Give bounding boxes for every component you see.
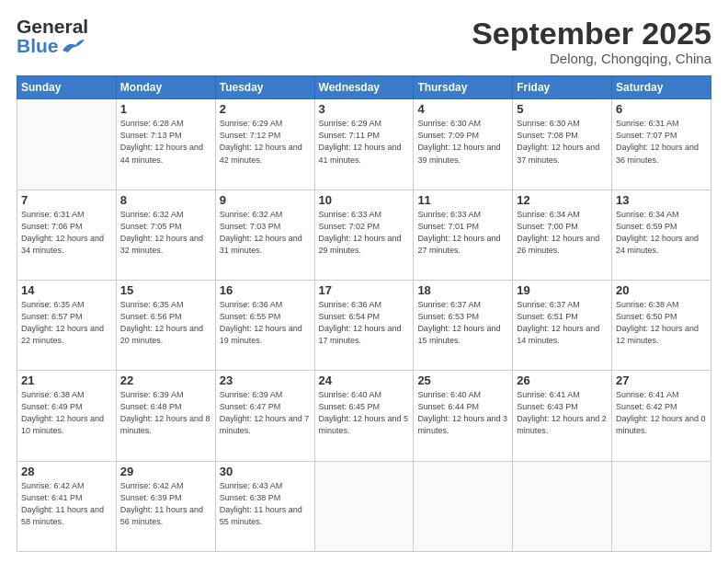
col-saturday: Saturday [612, 76, 711, 99]
day-info: Sunrise: 6:34 AMSunset: 6:59 PMDaylight:… [616, 209, 707, 257]
day-info: Sunrise: 6:35 AMSunset: 6:56 PMDaylight:… [120, 299, 211, 347]
calendar-week-row: 14Sunrise: 6:35 AMSunset: 6:57 PMDayligh… [17, 281, 711, 371]
day-number: 17 [319, 283, 410, 297]
calendar-cell: 12Sunrise: 6:34 AMSunset: 7:00 PMDayligh… [513, 190, 612, 280]
day-number: 6 [616, 102, 707, 116]
day-info: Sunrise: 6:36 AMSunset: 6:55 PMDaylight:… [220, 299, 311, 347]
day-number: 21 [21, 373, 112, 387]
day-info: Sunrise: 6:39 AMSunset: 6:47 PMDaylight:… [220, 389, 311, 437]
day-info: Sunrise: 6:35 AMSunset: 6:57 PMDaylight:… [21, 299, 112, 347]
day-info: Sunrise: 6:34 AMSunset: 7:00 PMDaylight:… [517, 209, 608, 257]
day-info: Sunrise: 6:41 AMSunset: 6:43 PMDaylight:… [517, 389, 608, 437]
day-info: Sunrise: 6:31 AMSunset: 7:07 PMDaylight:… [616, 118, 707, 166]
calendar-cell: 23Sunrise: 6:39 AMSunset: 6:47 PMDayligh… [215, 371, 314, 461]
day-number: 23 [220, 373, 311, 387]
day-info: Sunrise: 6:29 AMSunset: 7:12 PMDaylight:… [220, 118, 311, 166]
calendar-cell: 22Sunrise: 6:39 AMSunset: 6:48 PMDayligh… [116, 371, 215, 461]
calendar-cell: 21Sunrise: 6:38 AMSunset: 6:49 PMDayligh… [17, 371, 117, 461]
calendar-cell: 5Sunrise: 6:30 AMSunset: 7:08 PMDaylight… [513, 99, 612, 190]
day-number: 9 [220, 193, 311, 207]
day-info: Sunrise: 6:37 AMSunset: 6:53 PMDaylight:… [417, 299, 508, 347]
day-number: 15 [120, 283, 211, 297]
calendar-cell: 13Sunrise: 6:34 AMSunset: 6:59 PMDayligh… [612, 190, 711, 280]
day-number: 27 [616, 373, 707, 387]
col-friday: Friday [513, 76, 612, 99]
day-number: 16 [220, 283, 311, 297]
day-number: 22 [120, 373, 211, 387]
day-number: 4 [417, 102, 508, 116]
col-sunday: Sunday [17, 76, 117, 99]
calendar-cell [513, 461, 612, 551]
day-info: Sunrise: 6:40 AMSunset: 6:45 PMDaylight:… [319, 389, 410, 437]
calendar-cell: 6Sunrise: 6:31 AMSunset: 7:07 PMDaylight… [612, 99, 711, 190]
calendar-cell: 29Sunrise: 6:42 AMSunset: 6:39 PMDayligh… [116, 461, 215, 551]
calendar-week-row: 28Sunrise: 6:42 AMSunset: 6:41 PMDayligh… [17, 461, 711, 551]
calendar-cell: 28Sunrise: 6:42 AMSunset: 6:41 PMDayligh… [17, 461, 117, 551]
day-info: Sunrise: 6:33 AMSunset: 7:02 PMDaylight:… [319, 209, 410, 257]
day-number: 7 [21, 193, 112, 207]
calendar-cell: 26Sunrise: 6:41 AMSunset: 6:43 PMDayligh… [513, 371, 612, 461]
day-number: 29 [120, 465, 211, 478]
calendar-cell: 16Sunrise: 6:36 AMSunset: 6:55 PMDayligh… [215, 281, 314, 371]
calendar-cell: 3Sunrise: 6:29 AMSunset: 7:11 PMDaylight… [314, 99, 414, 190]
calendar-week-row: 7Sunrise: 6:31 AMSunset: 7:06 PMDaylight… [17, 190, 711, 280]
day-number: 14 [21, 283, 112, 297]
calendar-cell: 2Sunrise: 6:29 AMSunset: 7:12 PMDaylight… [215, 99, 314, 190]
month-title: September 2025 [472, 17, 711, 51]
day-number: 30 [220, 465, 311, 478]
day-number: 8 [120, 193, 211, 207]
calendar-cell: 27Sunrise: 6:41 AMSunset: 6:42 PMDayligh… [612, 371, 711, 461]
calendar-cell: 4Sunrise: 6:30 AMSunset: 7:09 PMDaylight… [414, 99, 513, 190]
calendar-cell: 1Sunrise: 6:28 AMSunset: 7:13 PMDaylight… [116, 99, 215, 190]
subtitle: Delong, Chongqing, China [472, 51, 711, 66]
calendar-cell [612, 461, 711, 551]
calendar-cell: 18Sunrise: 6:37 AMSunset: 6:53 PMDayligh… [414, 281, 513, 371]
col-monday: Monday [116, 76, 215, 99]
day-info: Sunrise: 6:40 AMSunset: 6:44 PMDaylight:… [417, 389, 508, 437]
day-info: Sunrise: 6:38 AMSunset: 6:49 PMDaylight:… [21, 389, 112, 437]
day-number: 5 [517, 102, 608, 116]
calendar-cell: 11Sunrise: 6:33 AMSunset: 7:01 PMDayligh… [414, 190, 513, 280]
calendar-cell: 17Sunrise: 6:36 AMSunset: 6:54 PMDayligh… [314, 281, 414, 371]
day-info: Sunrise: 6:43 AMSunset: 6:38 PMDaylight:… [220, 480, 311, 528]
day-number: 10 [319, 193, 410, 207]
day-number: 3 [319, 102, 410, 116]
calendar-cell: 7Sunrise: 6:31 AMSunset: 7:06 PMDaylight… [17, 190, 117, 280]
calendar-table: Sunday Monday Tuesday Wednesday Thursday… [17, 75, 711, 552]
day-info: Sunrise: 6:42 AMSunset: 6:39 PMDaylight:… [120, 480, 211, 528]
day-number: 28 [21, 465, 112, 478]
calendar-cell: 8Sunrise: 6:32 AMSunset: 7:05 PMDaylight… [116, 190, 215, 280]
day-number: 26 [517, 373, 608, 387]
col-wednesday: Wednesday [314, 76, 414, 99]
day-info: Sunrise: 6:37 AMSunset: 6:51 PMDaylight:… [517, 299, 608, 347]
col-thursday: Thursday [414, 76, 513, 99]
calendar-header-row: Sunday Monday Tuesday Wednesday Thursday… [17, 76, 711, 99]
calendar-cell: 9Sunrise: 6:32 AMSunset: 7:03 PMDaylight… [215, 190, 314, 280]
day-info: Sunrise: 6:30 AMSunset: 7:09 PMDaylight:… [417, 118, 508, 166]
day-info: Sunrise: 6:42 AMSunset: 6:41 PMDaylight:… [21, 480, 112, 528]
day-info: Sunrise: 6:33 AMSunset: 7:01 PMDaylight:… [417, 209, 508, 257]
day-number: 24 [319, 373, 410, 387]
day-info: Sunrise: 6:38 AMSunset: 6:50 PMDaylight:… [616, 299, 707, 347]
calendar-cell: 30Sunrise: 6:43 AMSunset: 6:38 PMDayligh… [215, 461, 314, 551]
calendar-week-row: 21Sunrise: 6:38 AMSunset: 6:49 PMDayligh… [17, 371, 711, 461]
day-info: Sunrise: 6:32 AMSunset: 7:03 PMDaylight:… [220, 209, 311, 257]
header: General Blue September 2025 Delong, Chon… [17, 17, 711, 66]
calendar-cell [17, 99, 117, 190]
day-number: 1 [120, 102, 211, 116]
day-info: Sunrise: 6:36 AMSunset: 6:54 PMDaylight:… [319, 299, 410, 347]
calendar-cell: 24Sunrise: 6:40 AMSunset: 6:45 PMDayligh… [314, 371, 414, 461]
logo-bird-icon [61, 38, 85, 54]
calendar-week-row: 1Sunrise: 6:28 AMSunset: 7:13 PMDaylight… [17, 99, 711, 190]
calendar-body: 1Sunrise: 6:28 AMSunset: 7:13 PMDaylight… [17, 99, 711, 552]
day-number: 11 [417, 193, 508, 207]
calendar-cell [314, 461, 414, 551]
day-info: Sunrise: 6:32 AMSunset: 7:05 PMDaylight:… [120, 209, 211, 257]
day-info: Sunrise: 6:28 AMSunset: 7:13 PMDaylight:… [120, 118, 211, 166]
day-number: 18 [417, 283, 508, 297]
day-info: Sunrise: 6:30 AMSunset: 7:08 PMDaylight:… [517, 118, 608, 166]
calendar-cell: 25Sunrise: 6:40 AMSunset: 6:44 PMDayligh… [414, 371, 513, 461]
day-info: Sunrise: 6:41 AMSunset: 6:42 PMDaylight:… [616, 389, 707, 437]
day-info: Sunrise: 6:31 AMSunset: 7:06 PMDaylight:… [21, 209, 112, 257]
calendar-cell: 20Sunrise: 6:38 AMSunset: 6:50 PMDayligh… [612, 281, 711, 371]
